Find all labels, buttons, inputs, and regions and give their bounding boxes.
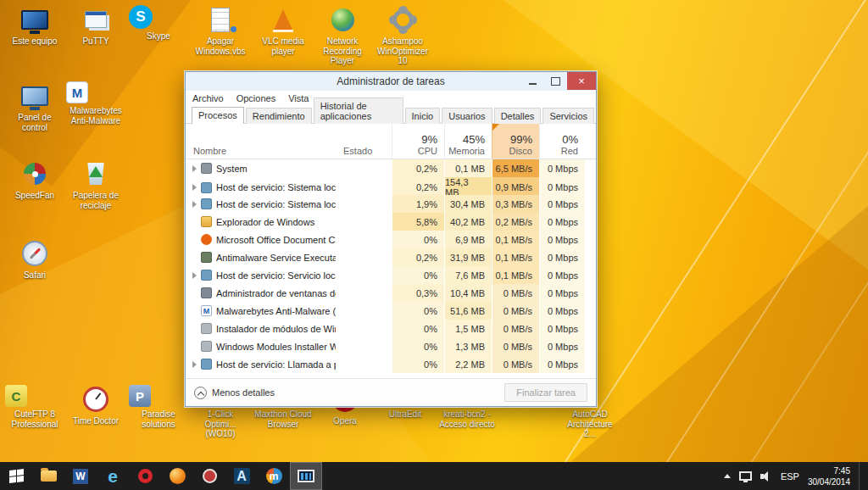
clock[interactable]: 7:45 30/04/2014 [808, 465, 850, 487]
process-icon [201, 252, 212, 263]
process-list: System0,2%0,1 MB6,5 MB/s0 MbpsHost de se… [186, 159, 596, 379]
desktop-icon-label: Panel de control [5, 113, 64, 132]
disk-value: 0 MB/s [492, 320, 539, 337]
desktop-icon-apagar[interactable]: Apagar Windows.vbs [191, 5, 250, 56]
skype-icon [129, 5, 153, 29]
close-button[interactable]: × [567, 72, 596, 90]
network-column-label: Red [561, 146, 578, 156]
desktop-icon-skype[interactable]: Skype [129, 5, 188, 42]
process-icon [201, 341, 212, 352]
column-header-memory[interactable]: 45% Memoria [444, 124, 492, 159]
taskbar-app-word[interactable] [64, 462, 97, 490]
process-row[interactable]: Microsoft Office Document Cac...0%6,9 MB… [186, 231, 596, 248]
desktop-icon-panel-control[interactable]: Panel de control [5, 81, 64, 132]
desktop-icon-putty[interactable]: PuTTY [66, 5, 125, 47]
malwarebytes-icon [66, 81, 88, 103]
language-indicator[interactable]: ESP [781, 471, 799, 482]
show-hidden-icons-chevron[interactable] [724, 474, 731, 478]
network-value: 0 Mbps [539, 159, 585, 177]
process-row[interactable]: Host de servicio: Servicio local (...0%7… [186, 266, 596, 284]
tab-0[interactable]: Procesos [192, 107, 244, 124]
maximize-button[interactable] [544, 72, 567, 90]
expander-icon[interactable] [192, 201, 197, 208]
system-tray: ESP 7:45 30/04/2014 [724, 462, 868, 490]
column-header-status[interactable]: Estado [336, 124, 392, 159]
show-desktop-strip[interactable] [859, 462, 863, 490]
process-name: Microsoft Office Document Cac... [216, 235, 336, 245]
taskbar-app-firefox[interactable] [161, 462, 193, 490]
process-name: Malwarebytes Anti-Malware (32... [216, 306, 336, 316]
expander-icon[interactable] [192, 165, 197, 172]
process-row[interactable]: Explorador de Windows5,8%40,2 MB0,2 MB/s… [186, 213, 596, 231]
expander-icon[interactable] [192, 361, 197, 368]
cpu-value: 0% [392, 231, 444, 248]
taskbar-app-opera[interactable] [129, 462, 161, 490]
desktop-icon-paradise[interactable]: Paradise solutions [129, 385, 188, 429]
network-value: 0 Mbps [539, 337, 585, 355]
status-value [336, 159, 392, 177]
process-row[interactable]: Antimalware Service Executable0,2%31,9 M… [186, 248, 596, 266]
end-task-button[interactable]: Finalizar tarea [504, 383, 587, 402]
memory-value: 2,2 MB [444, 355, 492, 373]
taskbar-app-autocad[interactable] [225, 462, 258, 490]
column-header-cpu[interactable]: 9% CPU [392, 124, 444, 159]
expander-icon[interactable] [192, 184, 197, 191]
cpu-value: 5,8% [392, 213, 444, 231]
volume-tray-icon[interactable] [760, 471, 772, 482]
process-row[interactable]: Malwarebytes Anti-Malware (32...0%51,6 M… [186, 302, 596, 320]
desktop-icon-safari[interactable]: Safari [5, 239, 64, 281]
desktop-icon-cuteftp[interactable]: CuteFTP 8 Professional [5, 385, 64, 429]
desktop-icon-time-doctor[interactable]: Time Doctor [66, 385, 125, 426]
column-header-network[interactable]: 0% Red [539, 124, 585, 159]
menu-item-0[interactable]: Archivo [192, 93, 224, 103]
desktop-icon-speedfan[interactable]: SpeedFan [5, 159, 64, 201]
memory-column-label: Memoria [448, 146, 485, 156]
start-button[interactable] [0, 462, 32, 490]
menu-item-2[interactable]: Vista [288, 93, 309, 103]
process-row[interactable]: Windows Modules Installer Wor...0%1,3 MB… [186, 337, 596, 355]
process-name: Instalador de módulos de Wind... [216, 324, 336, 334]
tab-4[interactable]: Usuarios [442, 108, 492, 124]
desktop-icon-papelera[interactable]: Papelera de reciclaje [66, 159, 125, 210]
internet-explorer-icon [108, 466, 118, 487]
process-row[interactable]: Instalador de módulos de Wind...0%1,5 MB… [186, 320, 596, 337]
tab-5[interactable]: Detalles [494, 108, 542, 124]
desktop-icon-vlc[interactable]: VLC media player [253, 5, 313, 56]
taskbar-app-maxthon[interactable] [258, 462, 290, 490]
memory-total-percent: 45% [463, 133, 485, 146]
column-headers: Nombre Estado 9% CPU 45% Memoria 99% Dis… [186, 124, 596, 159]
expander-icon[interactable] [192, 272, 197, 279]
sort-flag-icon [492, 124, 499, 131]
fewer-details-toggle[interactable]: Menos detalles [194, 387, 275, 399]
title-bar[interactable]: Administrador de tareas × [186, 72, 596, 91]
process-row[interactable]: Host de servicio: Sistema local (...1,9%… [186, 195, 596, 213]
taskbar-app-task-manager[interactable] [290, 462, 322, 490]
desktop-icon-network-recording[interactable]: Network Recording Player [313, 5, 372, 66]
monitor-icon [5, 5, 64, 34]
fan-icon [5, 159, 64, 188]
minimize-button[interactable] [521, 72, 544, 90]
cpu-value: 0,2% [392, 159, 444, 177]
taskbar-app-explorer[interactable] [32, 462, 64, 490]
firefox-icon [170, 468, 186, 484]
desktop-icon-ashampoo[interactable]: Ashampoo WinOptimizer 10 [373, 5, 432, 66]
tab-1[interactable]: Rendimiento [246, 108, 312, 124]
process-row[interactable]: Host de servicio: Llamada a pro...0%2,2 … [186, 355, 596, 373]
tab-3[interactable]: Inicio [405, 108, 441, 124]
cuteftp-icon [5, 385, 27, 407]
column-header-disk[interactable]: 99% Disco [492, 124, 539, 159]
tab-6[interactable]: Servicios [542, 108, 594, 124]
process-row[interactable]: Administrador de ventanas del ...0,3%10,… [186, 284, 596, 302]
tab-2[interactable]: Historial de aplicaciones [314, 97, 403, 124]
desktop-icon-malwarebytes[interactable]: Malwarebytes Anti-Malware [66, 81, 125, 125]
fewer-details-label: Menos detalles [212, 387, 275, 398]
menu-item-1[interactable]: Opciones [236, 93, 275, 103]
desktop-icon-este-equipo[interactable]: Este equipo [5, 5, 64, 47]
taskbar-app-ie[interactable] [97, 462, 129, 490]
taskbar-app-app-red[interactable] [193, 462, 225, 490]
network-tray-icon[interactable] [739, 471, 752, 481]
process-row[interactable]: Host de servicio: Sistema local (...0,2%… [186, 177, 596, 195]
process-row[interactable]: System0,2%0,1 MB6,5 MB/s0 Mbps [186, 159, 596, 177]
column-header-name[interactable]: Nombre [186, 124, 336, 159]
process-icon [201, 305, 212, 316]
